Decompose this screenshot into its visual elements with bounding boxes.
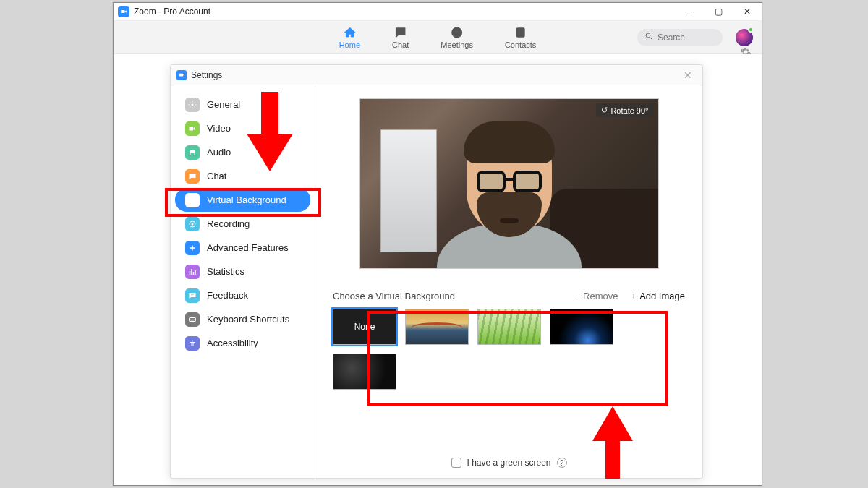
home-icon: [343, 26, 356, 39]
sidebar-item-video[interactable]: Video: [175, 116, 310, 140]
video-icon: [185, 121, 200, 136]
minus-icon: −: [575, 291, 581, 301]
bg-thumb-grass[interactable]: [477, 309, 541, 345]
add-image-button[interactable]: +Add Image: [631, 291, 685, 301]
record-icon: [185, 217, 200, 231]
gear-icon: [185, 98, 200, 112]
sidebar-item-statistics[interactable]: Statistics: [175, 260, 310, 283]
chat-icon: [185, 169, 200, 184]
settings-content: ↺ Rotate 90° Choose a Virtual Background…: [315, 85, 702, 478]
green-screen-checkbox[interactable]: [451, 458, 461, 468]
sidebar-item-accessibility[interactable]: Accessibility: [175, 331, 310, 355]
sidebar-item-chat[interactable]: Chat: [175, 164, 310, 188]
svg-point-10: [192, 340, 193, 341]
nav-home-label: Home: [339, 40, 360, 49]
contacts-icon: [514, 26, 527, 39]
sidebar-item-general[interactable]: General: [175, 93, 310, 116]
sidebar-label: Keyboard Shortcuts: [207, 314, 289, 325]
rotate-label: Rotate 90°: [610, 106, 648, 115]
window-controls: ― ▢ ✕: [675, 3, 762, 21]
choose-bg-row: Choose a Virtual Background −Remove +Add…: [333, 291, 685, 301]
plus-icon: [185, 241, 200, 255]
sidebar-label: Video: [207, 123, 231, 134]
titlebar: Zoom - Pro Account ― ▢ ✕: [114, 3, 762, 21]
bg-thumb-dark[interactable]: [333, 354, 396, 390]
svg-point-6: [192, 199, 193, 200]
help-icon[interactable]: ?: [557, 458, 567, 468]
sidebar-label: Virtual Background: [207, 194, 286, 205]
sidebar-item-virtual-background[interactable]: Virtual Background: [175, 188, 310, 212]
settings-body: General Video Audio Chat Virtual Backgro…: [171, 85, 702, 478]
accessibility-icon: [185, 336, 200, 351]
sidebar-item-advanced-features[interactable]: Advanced Features: [175, 236, 310, 260]
zoom-app-icon: [176, 70, 187, 80]
add-label: Add Image: [639, 291, 685, 301]
window-title: Zoom - Pro Account: [134, 7, 210, 17]
nav-chat-label: Chat: [392, 40, 409, 49]
sidebar-label: Feedback: [207, 290, 248, 301]
stats-icon: [185, 265, 200, 279]
settings-titlebar: Settings ✕: [171, 65, 702, 85]
video-preview: ↺ Rotate 90°: [359, 98, 659, 269]
nav-tabs: Home Chat Meetings Contacts: [339, 26, 537, 49]
nav-chat[interactable]: Chat: [392, 26, 409, 49]
sidebar-label: Accessibility: [207, 338, 258, 348]
minimize-button[interactable]: ―: [675, 3, 704, 21]
sidebar-item-keyboard-shortcuts[interactable]: Keyboard Shortcuts: [175, 307, 310, 331]
bg-thumb-bridge[interactable]: [405, 309, 469, 345]
search-placeholder: Search: [658, 33, 685, 43]
top-nav-bar: Home Chat Meetings Contacts Search: [114, 21, 762, 54]
background-object: [380, 129, 437, 252]
sidebar-label: Advanced Features: [207, 242, 289, 253]
headphones-icon: [185, 145, 200, 160]
svg-rect-9: [190, 317, 196, 321]
zoom-app-icon: [118, 6, 129, 17]
nav-meetings[interactable]: Meetings: [441, 26, 473, 49]
nav-home[interactable]: Home: [339, 26, 360, 49]
remove-label: Remove: [583, 291, 618, 301]
keyboard-icon: [185, 312, 200, 327]
nav-meetings-label: Meetings: [441, 40, 473, 49]
background-thumbnails: None: [333, 309, 637, 390]
nav-contacts[interactable]: Contacts: [505, 26, 536, 49]
green-screen-row: I have a green screen ?: [451, 458, 566, 468]
green-screen-label: I have a green screen: [467, 458, 550, 468]
choose-bg-label: Choose a Virtual Background: [333, 291, 455, 301]
sidebar-label: Statistics: [207, 266, 244, 277]
presence-indicator: [748, 27, 754, 33]
sidebar-label: Audio: [207, 147, 231, 158]
sidebar-item-audio[interactable]: Audio: [175, 140, 310, 164]
main-area: Settings ✕ General Video Audio Chat Virt…: [114, 54, 762, 485]
none-label: None: [354, 322, 375, 332]
svg-point-2: [519, 30, 522, 33]
remove-image-button[interactable]: −Remove: [575, 291, 618, 301]
bg-thumb-space[interactable]: [550, 309, 613, 345]
feedback-icon: [185, 288, 200, 303]
settings-sidebar: General Video Audio Chat Virtual Backgro…: [171, 85, 315, 478]
settings-close-button[interactable]: ✕: [679, 69, 697, 81]
clock-icon: [451, 26, 464, 39]
maximize-button[interactable]: ▢: [704, 3, 733, 21]
svg-point-3: [646, 33, 650, 38]
close-button[interactable]: ✕: [733, 3, 762, 21]
bg-thumb-none[interactable]: None: [333, 309, 396, 345]
sidebar-label: General: [207, 99, 240, 110]
svg-point-8: [192, 223, 194, 225]
search-input[interactable]: Search: [637, 29, 723, 46]
rotate-icon: ↺: [601, 106, 608, 115]
rotate-90-button[interactable]: ↺ Rotate 90°: [596, 103, 653, 117]
sidebar-label: Recording: [207, 218, 250, 229]
nav-contacts-label: Contacts: [505, 40, 536, 49]
settings-window: Settings ✕ General Video Audio Chat Virt…: [170, 64, 703, 479]
settings-title: Settings: [191, 70, 222, 80]
search-icon: [644, 32, 653, 43]
sidebar-item-feedback[interactable]: Feedback: [175, 283, 310, 307]
zoom-main-window: Zoom - Pro Account ― ▢ ✕ Home Chat Meeti…: [113, 2, 762, 486]
plus-icon: +: [631, 291, 637, 301]
svg-point-4: [192, 103, 194, 106]
sidebar-item-recording[interactable]: Recording: [175, 212, 310, 236]
virtual-background-icon: [185, 193, 200, 207]
sidebar-label: Chat: [207, 171, 226, 181]
chat-icon: [394, 26, 407, 39]
